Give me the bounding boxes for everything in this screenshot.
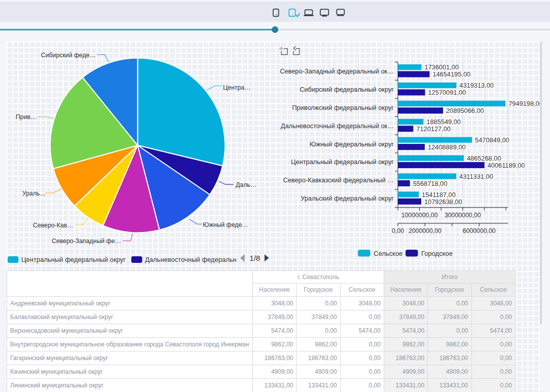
svg-text:Приволжский федеральный округ: Приволжский федеральный округ [292, 104, 394, 111]
svg-text:5568718,00: 5568718,00 [413, 180, 448, 187]
svg-text:12570091,00: 12570091,00 [428, 89, 466, 96]
svg-text:Сельское: Сельское [374, 250, 402, 257]
svg-text:Центра…: Центра… [223, 84, 250, 91]
svg-text:6000000,00: 6000000,00 [463, 227, 496, 234]
svg-text:Северо-Западный фе…: Северо-Западный фе… [52, 238, 121, 245]
svg-text:14654195,00: 14654195,00 [432, 70, 470, 78]
svg-text:Южный феде…: Южный феде… [203, 221, 248, 228]
svg-text:1/8: 1/8 [249, 254, 260, 262]
svg-text:Северо-Западный федеральный ок: Северо-Западный федеральный ок… [280, 67, 394, 75]
svg-text:1885549,00: 1885549,00 [426, 118, 461, 126]
svg-text:Сибирский федеральный округ: Сибирский федеральный округ [300, 86, 394, 93]
svg-text:Северо-Кав…: Северо-Кав… [33, 222, 74, 229]
svg-text:Сибирский феде…: Сибирский феде… [41, 52, 96, 59]
svg-text:Центральный федеральный округ: Центральный федеральный округ [21, 256, 126, 263]
svg-text:Ураль…: Ураль… [22, 190, 46, 197]
svg-text:5470849,00: 5470849,00 [475, 136, 509, 144]
svg-text:Городское: Городское [421, 250, 453, 257]
svg-text:2000000,00: 2000000,00 [409, 227, 442, 234]
svg-text:40061189,00: 40061189,00 [488, 162, 525, 169]
svg-text:Прив…: Прив… [16, 113, 36, 121]
svg-text:Центральный федеральный округ: Центральный федеральный округ [291, 158, 394, 166]
svg-text:Дальневосточный федеральный ок: Дальневосточный федеральный ок… [281, 122, 394, 130]
svg-text:20895066,00: 20895066,00 [446, 107, 484, 114]
svg-text:12408889,00: 12408889,00 [428, 143, 466, 151]
svg-text:4865268,00: 4865268,00 [467, 154, 501, 162]
svg-text:Южный федеральный округ: Южный федеральный округ [310, 140, 394, 148]
svg-text:10000000,00: 10000000,00 [401, 212, 438, 219]
svg-text:7120127,00: 7120127,00 [416, 125, 451, 133]
svg-text:Дальневосточный федеральный о: Дальневосточный федеральный о [145, 256, 250, 263]
svg-text:7949198,00: 7949198,00 [508, 100, 540, 107]
svg-text:Уральский федеральный округ: Уральский федеральный округ [301, 194, 394, 202]
svg-text:1736001,00: 1736001,00 [424, 63, 459, 71]
svg-text:30000000,00: 30000000,00 [445, 212, 481, 219]
svg-text:Северо-Кавказский федеральный: Северо-Кавказский федеральный … [283, 176, 394, 184]
svg-text:0,00: 0,00 [392, 227, 404, 234]
svg-text:4311331,00: 4311331,00 [459, 173, 493, 180]
svg-text:10792638,00: 10792638,00 [424, 198, 462, 206]
svg-text:Даль…: Даль… [236, 181, 256, 188]
svg-text:1541187,00: 1541187,00 [422, 191, 456, 199]
svg-text:4319313,00: 4319313,00 [459, 82, 494, 89]
